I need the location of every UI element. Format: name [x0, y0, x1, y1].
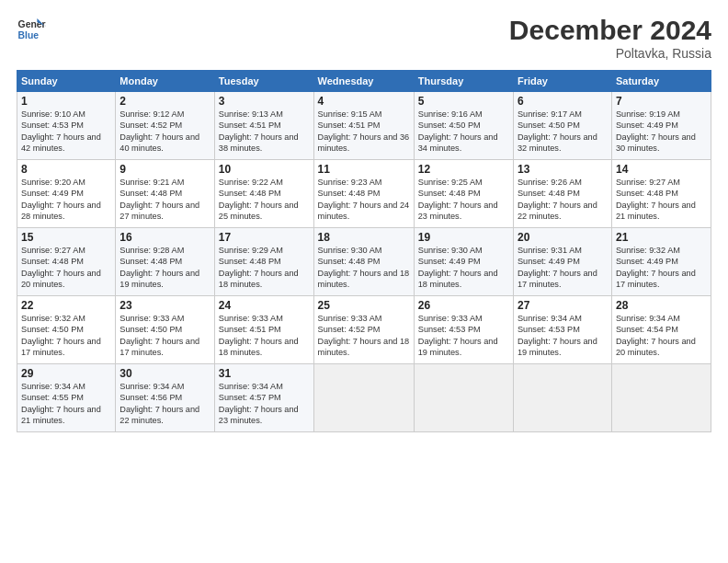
day-info: Sunrise: 9:29 AMSunset: 4:48 PMDaylight:… — [219, 246, 299, 289]
day-number: 27 — [518, 299, 608, 312]
col-header-wednesday: Wednesday — [313, 71, 414, 92]
day-info: Sunrise: 9:16 AMSunset: 4:50 PMDaylight:… — [418, 109, 498, 153]
cal-cell: 1 Sunrise: 9:10 AMSunset: 4:53 PMDayligh… — [17, 92, 116, 160]
day-info: Sunrise: 9:13 AMSunset: 4:51 PMDaylight:… — [219, 109, 299, 153]
cal-cell: 7 Sunrise: 9:19 AMSunset: 4:49 PMDayligh… — [611, 92, 711, 160]
cal-cell: 3 Sunrise: 9:13 AMSunset: 4:51 PMDayligh… — [214, 92, 313, 160]
cal-cell: 12 Sunrise: 9:25 AMSunset: 4:48 PMDaylig… — [414, 160, 513, 228]
day-number: 22 — [21, 299, 111, 312]
day-info: Sunrise: 9:33 AMSunset: 4:51 PMDaylight:… — [219, 314, 299, 357]
day-number: 5 — [418, 95, 509, 108]
col-header-friday: Friday — [513, 71, 611, 92]
cal-cell: 2 Sunrise: 9:12 AMSunset: 4:52 PMDayligh… — [116, 92, 215, 160]
cal-cell: 31 Sunrise: 9:34 AMSunset: 4:57 PMDaylig… — [214, 364, 313, 432]
cal-cell: 26 Sunrise: 9:33 AMSunset: 4:53 PMDaylig… — [414, 296, 513, 364]
header: General Blue December 2024 Poltavka, Rus… — [17, 15, 711, 61]
day-number: 29 — [21, 367, 111, 380]
calendar-table: SundayMondayTuesdayWednesdayThursdayFrid… — [17, 70, 711, 432]
day-info: Sunrise: 9:12 AMSunset: 4:52 PMDaylight:… — [119, 109, 199, 153]
day-number: 3 — [219, 95, 310, 108]
logo-icon: General Blue — [17, 15, 46, 44]
day-number: 11 — [318, 163, 410, 176]
day-info: Sunrise: 9:30 AMSunset: 4:48 PMDaylight:… — [318, 246, 410, 289]
cal-cell — [513, 364, 611, 432]
cal-cell: 15 Sunrise: 9:27 AMSunset: 4:48 PMDaylig… — [17, 228, 116, 296]
day-number: 19 — [418, 231, 509, 244]
day-number: 24 — [219, 299, 310, 312]
cal-cell: 20 Sunrise: 9:31 AMSunset: 4:49 PMDaylig… — [513, 228, 611, 296]
day-info: Sunrise: 9:21 AMSunset: 4:48 PMDaylight:… — [119, 178, 199, 221]
day-number: 21 — [616, 231, 707, 244]
cal-cell: 9 Sunrise: 9:21 AMSunset: 4:48 PMDayligh… — [116, 160, 215, 228]
cal-cell: 17 Sunrise: 9:29 AMSunset: 4:48 PMDaylig… — [214, 228, 313, 296]
col-header-tuesday: Tuesday — [214, 71, 313, 92]
day-info: Sunrise: 9:28 AMSunset: 4:48 PMDaylight:… — [119, 246, 199, 289]
col-header-sunday: Sunday — [17, 71, 116, 92]
cal-cell: 8 Sunrise: 9:20 AMSunset: 4:49 PMDayligh… — [17, 160, 116, 228]
day-number: 2 — [119, 95, 210, 108]
cal-cell: 30 Sunrise: 9:34 AMSunset: 4:56 PMDaylig… — [116, 364, 215, 432]
day-number: 18 — [318, 231, 410, 244]
cal-cell: 27 Sunrise: 9:34 AMSunset: 4:53 PMDaylig… — [513, 296, 611, 364]
day-number: 15 — [21, 231, 111, 244]
day-number: 16 — [119, 231, 210, 244]
cal-cell: 16 Sunrise: 9:28 AMSunset: 4:48 PMDaylig… — [116, 228, 215, 296]
logo: General Blue — [17, 15, 50, 44]
day-info: Sunrise: 9:26 AMSunset: 4:48 PMDaylight:… — [518, 178, 597, 221]
day-number: 17 — [219, 231, 310, 244]
day-number: 12 — [418, 163, 509, 176]
col-header-saturday: Saturday — [611, 71, 711, 92]
day-info: Sunrise: 9:27 AMSunset: 4:48 PMDaylight:… — [21, 246, 101, 289]
cal-cell: 28 Sunrise: 9:34 AMSunset: 4:54 PMDaylig… — [611, 296, 711, 364]
day-number: 28 — [616, 299, 707, 312]
day-info: Sunrise: 9:19 AMSunset: 4:49 PMDaylight:… — [616, 109, 696, 153]
day-info: Sunrise: 9:20 AMSunset: 4:49 PMDaylight:… — [21, 178, 101, 221]
day-number: 8 — [21, 163, 111, 176]
cal-cell: 13 Sunrise: 9:26 AMSunset: 4:48 PMDaylig… — [513, 160, 611, 228]
day-info: Sunrise: 9:25 AMSunset: 4:48 PMDaylight:… — [418, 178, 498, 221]
day-info: Sunrise: 9:23 AMSunset: 4:48 PMDaylight:… — [318, 178, 410, 221]
title-block: December 2024 Poltavka, Russia — [509, 15, 711, 61]
svg-text:Blue: Blue — [18, 30, 40, 40]
col-header-monday: Monday — [116, 71, 215, 92]
day-number: 7 — [616, 95, 707, 108]
calendar-subtitle: Poltavka, Russia — [509, 46, 711, 61]
day-number: 25 — [318, 299, 410, 312]
day-info: Sunrise: 9:34 AMSunset: 4:57 PMDaylight:… — [219, 382, 299, 425]
day-number: 14 — [616, 163, 707, 176]
day-info: Sunrise: 9:22 AMSunset: 4:48 PMDaylight:… — [219, 178, 299, 221]
day-number: 30 — [119, 367, 210, 380]
day-info: Sunrise: 9:15 AMSunset: 4:51 PMDaylight:… — [318, 109, 410, 153]
cal-cell: 11 Sunrise: 9:23 AMSunset: 4:48 PMDaylig… — [313, 160, 414, 228]
day-number: 10 — [219, 163, 310, 176]
cal-cell: 4 Sunrise: 9:15 AMSunset: 4:51 PMDayligh… — [313, 92, 414, 160]
cal-cell: 22 Sunrise: 9:32 AMSunset: 4:50 PMDaylig… — [17, 296, 116, 364]
cal-cell: 6 Sunrise: 9:17 AMSunset: 4:50 PMDayligh… — [513, 92, 611, 160]
day-number: 9 — [119, 163, 210, 176]
cal-cell: 19 Sunrise: 9:30 AMSunset: 4:49 PMDaylig… — [414, 228, 513, 296]
cal-cell: 14 Sunrise: 9:27 AMSunset: 4:48 PMDaylig… — [611, 160, 711, 228]
day-number: 26 — [418, 299, 509, 312]
cal-cell: 25 Sunrise: 9:33 AMSunset: 4:52 PMDaylig… — [313, 296, 414, 364]
day-number: 4 — [318, 95, 410, 108]
svg-text:General: General — [18, 19, 46, 29]
cal-cell: 29 Sunrise: 9:34 AMSunset: 4:55 PMDaylig… — [17, 364, 116, 432]
day-info: Sunrise: 9:17 AMSunset: 4:50 PMDaylight:… — [518, 109, 597, 153]
day-info: Sunrise: 9:34 AMSunset: 4:53 PMDaylight:… — [518, 314, 597, 357]
day-info: Sunrise: 9:27 AMSunset: 4:48 PMDaylight:… — [616, 178, 696, 221]
day-info: Sunrise: 9:33 AMSunset: 4:50 PMDaylight:… — [119, 314, 199, 357]
cal-cell: 10 Sunrise: 9:22 AMSunset: 4:48 PMDaylig… — [214, 160, 313, 228]
calendar-title: December 2024 — [509, 15, 711, 46]
day-info: Sunrise: 9:34 AMSunset: 4:54 PMDaylight:… — [616, 314, 696, 357]
page: General Blue December 2024 Poltavka, Rus… — [0, 0, 728, 563]
day-info: Sunrise: 9:33 AMSunset: 4:52 PMDaylight:… — [318, 314, 410, 357]
col-header-thursday: Thursday — [414, 71, 513, 92]
day-info: Sunrise: 9:32 AMSunset: 4:50 PMDaylight:… — [21, 314, 101, 357]
day-info: Sunrise: 9:31 AMSunset: 4:49 PMDaylight:… — [518, 246, 597, 289]
day-number: 13 — [518, 163, 608, 176]
cal-cell: 21 Sunrise: 9:32 AMSunset: 4:49 PMDaylig… — [611, 228, 711, 296]
cal-cell — [414, 364, 513, 432]
day-number: 20 — [518, 231, 608, 244]
day-info: Sunrise: 9:34 AMSunset: 4:56 PMDaylight:… — [119, 382, 199, 425]
day-number: 31 — [219, 367, 310, 380]
